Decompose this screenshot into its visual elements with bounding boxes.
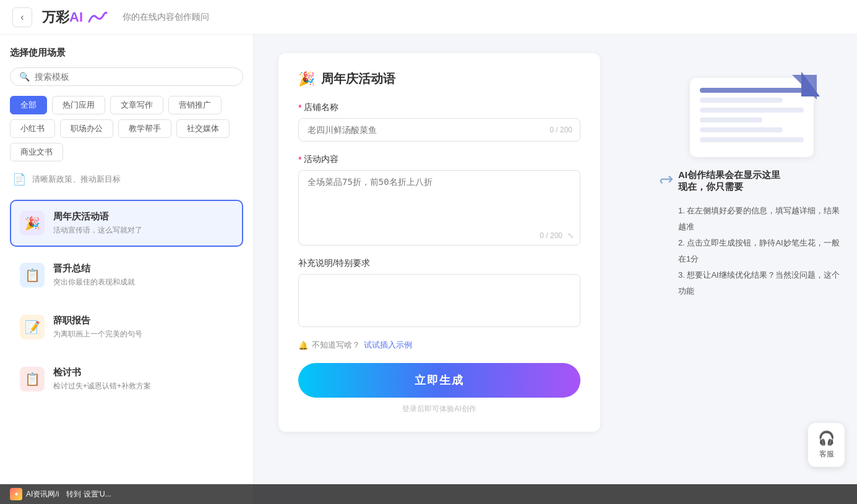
fold-icon — [792, 75, 817, 100]
form-card: 🎉 周年庆活动语 * 店铺名称 0 / 200 — [278, 53, 600, 432]
activity-content-textarea-wrapper: 0 / 200 ⤡ — [298, 170, 580, 246]
separator-text: 清晰新政策、推动新目标 — [32, 174, 121, 185]
store-name-label: * 店铺名称 — [298, 102, 580, 113]
resize-icon: ⤡ — [567, 231, 574, 240]
store-name-group: * 店铺名称 0 / 200 — [298, 102, 580, 142]
sidebar-title: 选择使用场景 — [10, 47, 243, 59]
anniversary-desc: 活动宣传语，这么写就对了 — [53, 225, 233, 236]
logo-area: 万彩AI — [42, 8, 108, 27]
svg-marker-0 — [792, 75, 817, 100]
tag-hot[interactable]: 热门应用 — [52, 96, 105, 114]
store-name-char-count: 0 / 200 — [549, 126, 572, 134]
resignation-desc: 为离职画上一个完美的句号 — [53, 329, 233, 340]
content-area: 🎉 周年庆活动语 * 店铺名称 0 / 200 — [254, 35, 647, 504]
separator-item: 📄 清晰新政策、推动新目标 — [10, 166, 243, 192]
list-item-review[interactable]: 📋 检讨书 检讨过失+诚恩认错+补救方案 — [10, 356, 243, 403]
bottom-bar: ✦ AI资讯网/i 转到 设置'U... — [0, 484, 857, 504]
ai-desc-area: AI创作结果会在显示这里 现在，你只需要 1. 在左侧填好必要的信息，填写越详细… — [678, 169, 845, 299]
illus-line-1 — [700, 88, 804, 93]
headset-icon: 🎧 — [818, 430, 835, 446]
illus-line-2 — [700, 98, 783, 103]
sidebar: 选择使用场景 🔍 全部 热门应用 文章写作 营销推广 小红书 职场办公 教学帮手… — [0, 35, 254, 504]
store-name-input[interactable] — [299, 119, 580, 141]
customer-service-label: 客服 — [819, 450, 834, 458]
bottom-logo-text: AI资讯网/i — [26, 489, 59, 500]
list-item-resignation[interactable]: 📝 辞职报告 为离职画上一个完美的句号 — [10, 304, 243, 351]
hint-icon: 🔔 — [298, 341, 308, 350]
tag-xiaohongshu[interactable]: 小红书 — [10, 119, 55, 138]
ai-steps: 1. 在左侧填好必要的信息，填写越详细，结果越准 2. 点击立即生成按钮，静待A… — [678, 203, 845, 299]
tags-row-3: 商业文书 — [10, 143, 243, 161]
back-icon: ‹ — [20, 12, 24, 23]
form-title-icon: 🎉 — [298, 71, 315, 87]
review-text: 检讨书 检讨过失+诚恩认错+补救方案 — [53, 367, 233, 391]
step-3: 3. 想要让AI继续优化结果？当然没问题，这个功能 — [678, 267, 845, 299]
bottom-logo-icon: ✦ — [10, 488, 22, 500]
search-icon: 🔍 — [19, 72, 30, 82]
tag-teaching[interactable]: 教学帮手 — [118, 119, 171, 138]
bottom-bar-suffix: 转到 设置'U... — [66, 489, 111, 500]
list-item-anniversary[interactable]: 🎉 周年庆活动语 活动宣传语，这么写就对了 — [10, 200, 243, 247]
step-1: 1. 在左侧填好必要的信息，填写越详细，结果越准 — [678, 203, 845, 235]
tags-row-2: 小红书 职场办公 教学帮手 社交媒体 — [10, 119, 243, 138]
hint-text-prefix: 不知道写啥？ — [312, 340, 360, 351]
review-name: 检讨书 — [53, 367, 233, 378]
supplement-textarea[interactable] — [299, 275, 580, 324]
generate-button[interactable]: 立即生成 — [298, 363, 580, 398]
logo-wave-icon — [88, 11, 108, 24]
required-mark-2: * — [298, 155, 301, 164]
tag-marketing[interactable]: 营销推广 — [168, 96, 222, 114]
content-right: 🎉 周年庆活动语 * 店铺名称 0 / 200 — [254, 35, 857, 504]
promotion-desc: 突出你最佳的表现和成就 — [53, 277, 233, 288]
main-layout: 选择使用场景 🔍 全部 热门应用 文章写作 营销推广 小红书 职场办公 教学帮手… — [0, 35, 857, 504]
review-desc: 检讨过失+诚恩认错+补救方案 — [53, 381, 233, 391]
supplement-label: 补充说明/特别要求 — [298, 258, 580, 269]
supplement-textarea-wrapper — [298, 274, 580, 327]
header-subtitle: 你的在线内容创作顾问 — [123, 12, 209, 23]
logo-text: 万彩AI — [42, 8, 83, 27]
tag-social[interactable]: 社交媒体 — [176, 119, 230, 138]
promotion-text: 晋升总结 突出你最佳的表现和成就 — [53, 263, 233, 288]
form-title: 🎉 周年庆活动语 — [298, 70, 580, 87]
bottom-logo: ✦ AI资讯网/i — [10, 488, 59, 500]
illus-line-4 — [700, 117, 762, 122]
hint-row: 🔔 不知道写啥？ 试试插入示例 — [298, 340, 580, 351]
arrow-icon: ↪ — [659, 169, 673, 190]
activity-content-label: * 活动内容 — [298, 154, 580, 165]
anniversary-name: 周年庆活动语 — [53, 211, 233, 223]
list-item-promotion[interactable]: 📋 晋升总结 突出你最佳的表现和成就 — [10, 252, 243, 299]
illus-line-3 — [700, 108, 804, 113]
illus-line-5 — [700, 127, 783, 132]
anniversary-icon: 🎉 — [20, 211, 45, 236]
resignation-icon: 📝 — [20, 315, 45, 340]
tag-article[interactable]: 文章写作 — [110, 96, 163, 114]
tag-all[interactable]: 全部 — [10, 96, 47, 114]
form-title-text: 周年庆活动语 — [321, 70, 395, 87]
activity-content-footer: 0 / 200 ⤡ — [299, 229, 580, 245]
promotion-name: 晋升总结 — [53, 263, 233, 275]
resignation-text: 辞职报告 为离职画上一个完美的句号 — [53, 315, 233, 340]
required-mark-1: * — [298, 103, 301, 113]
step-2: 2. 点击立即生成按钮，静待AI妙笔生花，一般在1分 — [678, 235, 845, 267]
separator-icon: 📄 — [12, 173, 26, 186]
ai-desc-title: AI创作结果会在显示这里 现在，你只需要 — [678, 169, 845, 193]
customer-service[interactable]: 🎧 客服 — [808, 423, 845, 467]
tag-business[interactable]: 商业文书 — [10, 143, 63, 161]
review-icon: 📋 — [20, 367, 45, 391]
resignation-name: 辞职报告 — [53, 315, 233, 327]
app-header: ‹ 万彩AI 你的在线内容创作顾问 — [0, 0, 857, 35]
tag-office[interactable]: 职场办公 — [60, 119, 113, 138]
hint-link[interactable]: 试试插入示例 — [364, 340, 412, 351]
illus-line-6 — [700, 137, 804, 142]
search-input[interactable] — [35, 72, 234, 82]
supplement-group: 补充说明/特别要求 — [298, 258, 580, 327]
promotion-icon: 📋 — [20, 263, 45, 288]
activity-char-count: 0 / 200 — [540, 231, 562, 240]
anniversary-text: 周年庆活动语 活动宣传语，这么写就对了 — [53, 211, 233, 236]
activity-content-textarea[interactable] — [299, 171, 580, 226]
tags-area: 全部 热门应用 文章写作 营销推广 小红书 职场办公 教学帮手 社交媒体 商业文… — [10, 96, 243, 161]
activity-content-group: * 活动内容 0 / 200 ⤡ — [298, 154, 580, 246]
store-name-input-wrapper: 0 / 200 — [298, 118, 580, 142]
login-hint: 登录后即可体验AI创作 — [298, 404, 580, 414]
back-button[interactable]: ‹ — [12, 7, 32, 27]
